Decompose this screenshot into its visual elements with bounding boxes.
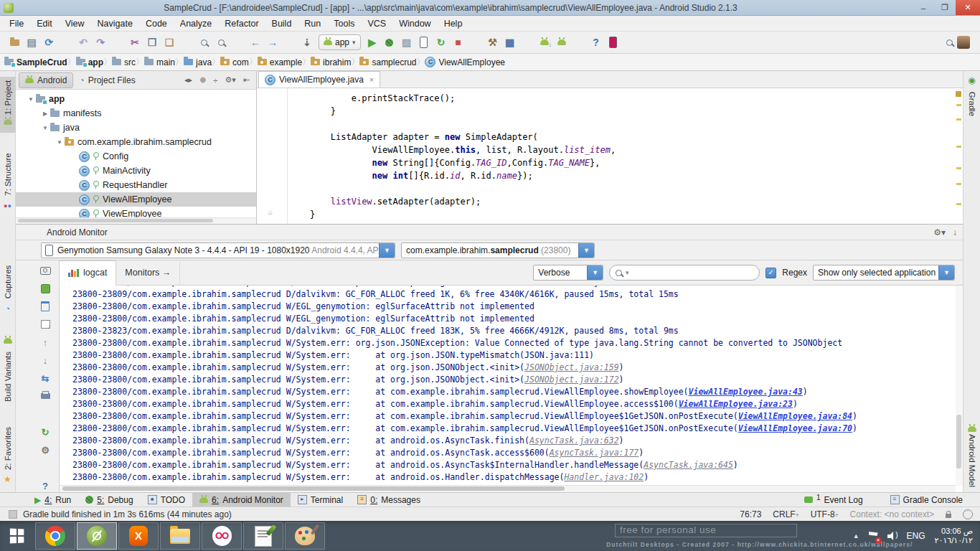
strip-android-model[interactable]: Android Model: [968, 434, 976, 487]
tab-monitors[interactable]: Monitors →: [116, 261, 180, 285]
tool-window-messages[interactable]: ≡0:Messages: [350, 493, 428, 507]
caret-position[interactable]: 76:73: [740, 509, 761, 519]
clock[interactable]: 03:06 ص ٢٠١٦/١٠/١٢: [935, 527, 973, 545]
breadcrumb-src[interactable]: src: [112, 57, 136, 67]
strip----project[interactable]: 1: Project: [4, 80, 12, 116]
menu-tools[interactable]: Tools: [327, 19, 361, 29]
tree-item-manifests[interactable]: ▶manifests: [16, 106, 256, 121]
sep[interactable]: [39, 459, 52, 476]
wrap-icon[interactable]: ⇆: [39, 372, 52, 384]
menu-refactor[interactable]: Refactor: [218, 19, 265, 29]
run-configuration-selector[interactable]: app▾: [319, 34, 361, 50]
minimize-button[interactable]: –: [913, 0, 934, 15]
readonly-lock-icon[interactable]: [946, 514, 951, 518]
tree-item-java[interactable]: ▼java: [16, 121, 256, 135]
strip----structure[interactable]: 7: Structure: [4, 153, 12, 195]
tree-arrow[interactable]: ▼: [55, 139, 65, 146]
strip----favorites[interactable]: 2: Favorites: [4, 427, 12, 470]
project-tab-project-files[interactable]: ◔Project Files: [73, 73, 141, 88]
taskbar-xampp[interactable]: X: [118, 522, 159, 550]
code-area[interactable]: e.printStackTrace(); } ListAdapter adapt…: [288, 88, 963, 224]
paste-icon[interactable]: ❏: [161, 34, 178, 51]
log-scope-selector[interactable]: Show only selected application ▼: [813, 265, 955, 281]
synchronize-icon[interactable]: ⟳: [40, 34, 57, 51]
device-dropdown-arrow[interactable]: ▼: [379, 243, 395, 258]
sdk-manager-icon[interactable]: ↓: [536, 34, 553, 51]
maximize-button[interactable]: ❐: [934, 0, 956, 15]
process-dropdown-arrow[interactable]: ▼: [578, 243, 594, 258]
tree-item-viewemployee[interactable]: CViewEmployee: [16, 207, 256, 217]
gradle-console-button[interactable]: ≡ Gradle Console: [883, 493, 970, 507]
project-tool-icon-0[interactable]: ◂▸: [181, 75, 196, 85]
breadcrumb-samplecrud[interactable]: SampleCrud: [4, 57, 67, 67]
strip-captures[interactable]: Captures: [4, 265, 12, 299]
encoding-selector[interactable]: UTF-8÷: [811, 509, 839, 519]
menu-view[interactable]: View: [59, 19, 91, 29]
breadcrumb-main[interactable]: main: [144, 57, 175, 67]
copy-icon[interactable]: ❐: [143, 34, 161, 51]
strip-build-variants[interactable]: Build Variants: [4, 352, 12, 402]
search-everywhere-icon[interactable]: [946, 39, 953, 46]
open-file-icon[interactable]: [6, 34, 23, 51]
clear-logcat-icon[interactable]: [39, 301, 52, 312]
replace-icon[interactable]: [212, 34, 230, 51]
stack-trace-link[interactable]: Handler.java:102: [564, 472, 644, 482]
tool-window-android-monitor[interactable]: 6:Android Monitor: [192, 493, 291, 507]
logcat-output[interactable]: 23800-23800/com.example.ibrahim.samplecr…: [59, 286, 963, 492]
event-log-button[interactable]: 1 Event Log: [797, 493, 870, 507]
stack-trace-link[interactable]: AsyncTask.java:645: [644, 460, 733, 470]
process-selector[interactable]: com.example.ibrahim.samplecrud (23800) ▼: [401, 242, 595, 258]
restart-icon[interactable]: ↻: [39, 426, 52, 438]
menu-window[interactable]: Window: [392, 19, 437, 29]
close-button[interactable]: ✕: [956, 0, 980, 15]
menu-vcs[interactable]: VCS: [361, 19, 392, 29]
taskbar-notepad-plus[interactable]: [243, 522, 283, 550]
action-center-flag-icon[interactable]: [869, 531, 878, 541]
tool-window-terminal[interactable]: ▸Terminal: [291, 493, 350, 507]
device-monitor-icon[interactable]: [605, 34, 622, 51]
taskbar-file-explorer[interactable]: [160, 522, 200, 550]
tree-item-mainactivity[interactable]: CMainActivity: [16, 164, 256, 178]
hector-inspection-icon[interactable]: [963, 509, 973, 519]
menu-edit[interactable]: Edit: [30, 19, 59, 29]
log-level-selector[interactable]: Verbose ▼: [533, 265, 603, 281]
export-icon[interactable]: [39, 319, 52, 330]
sep[interactable]: [281, 34, 298, 51]
stack-trace-link[interactable]: ViewAllEmployee.java:43: [689, 387, 803, 397]
settings-icon[interactable]: ⚒: [484, 34, 501, 51]
print-icon[interactable]: [39, 390, 52, 402]
breadcrumb-app[interactable]: app: [76, 57, 103, 67]
sep[interactable]: [57, 34, 75, 51]
logcat-help-icon[interactable]: ?: [39, 480, 52, 491]
menu-navigate[interactable]: Navigate: [91, 19, 139, 29]
tool-window-todo[interactable]: ☻TODO: [141, 493, 192, 507]
breadcrumb-viewallemployee[interactable]: CViewAllEmployee: [425, 57, 505, 67]
forward-icon[interactable]: →: [264, 34, 281, 51]
stop-icon[interactable]: ■: [450, 34, 467, 51]
tool-window-run[interactable]: ▶4:Run: [27, 493, 78, 507]
sep[interactable]: [570, 34, 588, 51]
monitor-hide-icon[interactable]: ↓: [953, 227, 957, 237]
language-indicator[interactable]: ENG: [907, 531, 925, 541]
rerun-icon[interactable]: ↻: [433, 34, 450, 51]
project-tab-android[interactable]: Android: [19, 72, 73, 88]
sep[interactable]: [109, 34, 126, 51]
menu-help[interactable]: Help: [438, 19, 469, 29]
tree-arrow[interactable]: ▼: [40, 125, 50, 131]
project-tool-icon-1[interactable]: ⊕: [196, 75, 209, 85]
sep[interactable]: [39, 408, 52, 420]
logcat-search-input[interactable]: ▼: [609, 265, 760, 281]
stack-trace-link[interactable]: AsyncTask.java:632: [529, 435, 619, 446]
screen-record-icon[interactable]: [39, 283, 52, 294]
sep[interactable]: [519, 34, 536, 51]
sep[interactable]: [178, 34, 195, 51]
avd-manager-icon[interactable]: [553, 34, 570, 51]
taskbar-genymotion[interactable]: OO: [202, 522, 242, 550]
screenshot-icon[interactable]: [39, 265, 52, 276]
menu-run[interactable]: Run: [298, 19, 327, 29]
tree-item-config[interactable]: CConfig: [16, 149, 256, 164]
stack-trace-link[interactable]: AsyncTask.java:177: [550, 448, 639, 458]
tree-item-viewallemployee[interactable]: CViewAllEmployee: [16, 192, 256, 207]
column-mode-icon[interactable]: ⇣: [298, 34, 316, 51]
regex-checkbox[interactable]: ✓: [765, 268, 776, 278]
